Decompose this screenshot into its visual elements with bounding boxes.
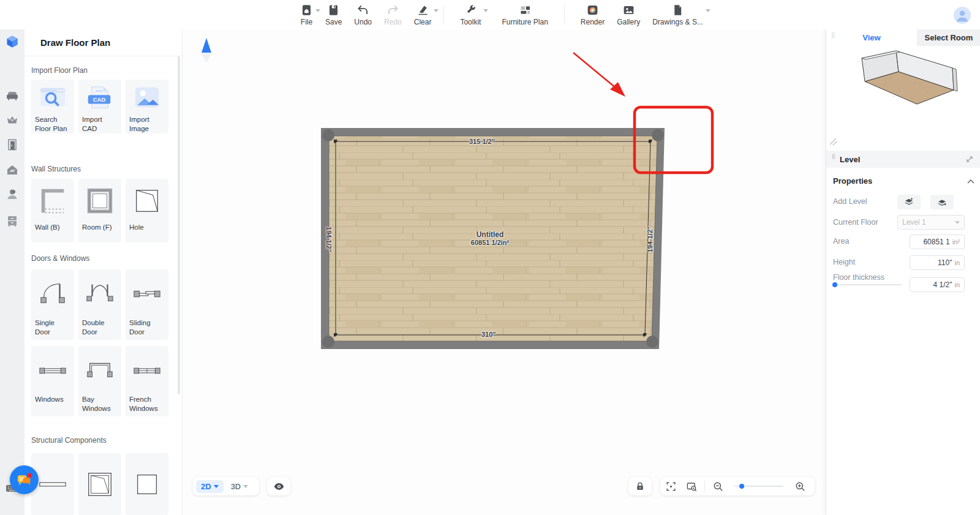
tile-bay-windows[interactable]: Bay Windows [78, 346, 121, 416]
wall-corner-handle[interactable] [322, 129, 334, 141]
room-f-icon [78, 179, 121, 223]
add-level-below-button[interactable] [930, 195, 954, 209]
mode-2d-button[interactable]: 2D [196, 480, 224, 493]
clear-button[interactable]: Clear [414, 0, 432, 26]
floor-thickness-field[interactable]: 4 1/2" in [910, 277, 965, 292]
level-drag-handle-icon[interactable]: ⣿ [832, 156, 835, 158]
zoom-region-button[interactable] [681, 477, 702, 495]
tile-wall-b[interactable]: Wall (B) [31, 179, 74, 242]
single-door-icon [31, 269, 74, 318]
avatar[interactable] [953, 6, 971, 24]
draw-floor-plan-panel: Draw Floor Plan Import Floor Plan Search… [24, 29, 183, 515]
tile-single-door[interactable]: Single Door [31, 269, 74, 340]
zoom-slider[interactable] [734, 486, 783, 487]
tile-search-floor-plan[interactable]: Search Floor Plan [31, 80, 74, 133]
undo-button[interactable]: Undo [354, 0, 372, 26]
tab-select-room[interactable]: Select Room [917, 29, 980, 46]
floor-thickness-slider[interactable] [833, 284, 902, 285]
rail-item-furniture[interactable] [5, 88, 20, 103]
tile-structural-column[interactable] [126, 453, 168, 515]
wrench-icon [464, 4, 477, 17]
mode-3d-button[interactable]: 3D [226, 480, 254, 493]
tile-label: Hole [126, 223, 168, 237]
clear-label: Clear [414, 18, 432, 26]
room-label[interactable]: Untitled 60851 1/2in² [447, 230, 533, 246]
render-button[interactable]: Render [581, 0, 605, 26]
rail-item-floorplan[interactable] [5, 34, 20, 49]
wall-corner-handle[interactable] [646, 336, 658, 348]
cube-icon [5, 34, 20, 49]
rail-item-premium[interactable] [5, 113, 20, 127]
rail-item-storage[interactable] [5, 214, 20, 228]
add-layer-down-icon [937, 197, 948, 208]
height-value: 110" [938, 258, 952, 267]
tile-hole[interactable]: Hole [126, 179, 168, 242]
level-header[interactable]: ⣿ Level [826, 151, 980, 168]
lock-button[interactable] [628, 477, 652, 495]
slider-thumb[interactable] [832, 282, 837, 287]
right-panel: View Select Room ⣿ ⣿ Level Properties Ad… [826, 29, 980, 515]
height-field[interactable]: 110" in [910, 255, 965, 270]
rail-item-rooms[interactable] [5, 162, 20, 177]
area-value: 60851 1 [923, 238, 949, 246]
fit-to-screen-button[interactable] [660, 477, 681, 495]
zoom-out-button[interactable] [707, 477, 728, 495]
gallery-button[interactable]: Gallery [617, 0, 640, 26]
rail-item-doors[interactable] [5, 137, 20, 152]
tile-import-image[interactable]: Import Image [126, 80, 168, 133]
person-icon [5, 187, 20, 201]
area-field[interactable]: 60851 1 in² [910, 235, 965, 249]
undo-label: Undo [354, 18, 372, 26]
visibility-button[interactable] [267, 477, 290, 495]
gallery-icon [622, 4, 635, 17]
room-3d-preview[interactable] [826, 46, 980, 144]
file-button[interactable]: File [300, 0, 313, 26]
file-icon [300, 4, 313, 17]
section-wall-structures: Wall Structures [31, 165, 81, 173]
wall-corner-handle[interactable] [652, 129, 664, 141]
wall-corner-handle[interactable] [322, 336, 334, 348]
preview-resize-handle-icon[interactable] [829, 137, 837, 146]
drawings-button[interactable]: Drawings & S... [652, 0, 703, 26]
room-name: Untitled [447, 230, 533, 239]
tile-label: Sliding Door [126, 318, 168, 342]
tile-french-windows[interactable]: French Windows [126, 346, 168, 416]
tile-label: Single Door [31, 318, 74, 342]
expand-panel-icon[interactable] [966, 156, 973, 163]
collapse-chevron-icon[interactable] [967, 179, 974, 185]
furniture-plan-button[interactable]: Furniture Plan [502, 0, 548, 26]
add-level-above-button[interactable] [897, 195, 921, 209]
current-floor-select[interactable]: Level 1 [897, 215, 965, 230]
tile-label: Import Image [126, 115, 168, 138]
redo-button[interactable]: Redo [384, 0, 402, 26]
drawings-label: Drawings & S... [652, 18, 703, 26]
toolbar-separator [564, 5, 565, 23]
support-chat-button[interactable] [10, 465, 39, 494]
toolkit-button[interactable]: Toolkit [460, 0, 481, 26]
hole-icon [126, 179, 168, 223]
tile-double-door[interactable]: Double Door [78, 269, 121, 340]
tile-structural-hole[interactable] [78, 453, 121, 515]
panel-drag-handle-icon[interactable]: ⣿ [831, 34, 837, 42]
house-icon [5, 162, 20, 177]
tile-sliding-door[interactable]: Sliding Door [126, 269, 168, 340]
tile-windows[interactable]: Windows [31, 346, 74, 416]
save-button[interactable]: Save [325, 0, 342, 26]
zoom-slider-thumb[interactable] [739, 484, 744, 489]
floor-thickness-unit: in [954, 281, 960, 288]
lock-icon [635, 481, 646, 492]
panel-scrollbar[interactable] [178, 56, 180, 394]
tile-import-cad[interactable]: CAD Import CAD [78, 80, 121, 133]
select-caret-icon [955, 221, 960, 224]
rail-item-account[interactable] [5, 187, 20, 201]
drawings-caret-icon [706, 9, 710, 12]
tile-label: Import CAD [78, 115, 121, 138]
zoom-in-button[interactable] [790, 477, 810, 495]
tile-label: Double Door [78, 318, 121, 342]
floor-thickness-value: 4 1/2" [933, 280, 952, 289]
gallery-label: Gallery [617, 18, 640, 26]
tile-room-f[interactable]: Room (F) [78, 179, 121, 242]
camera-icon [586, 4, 599, 17]
view-tabs: View Select Room [826, 29, 980, 46]
tab-view[interactable]: View [826, 29, 917, 46]
